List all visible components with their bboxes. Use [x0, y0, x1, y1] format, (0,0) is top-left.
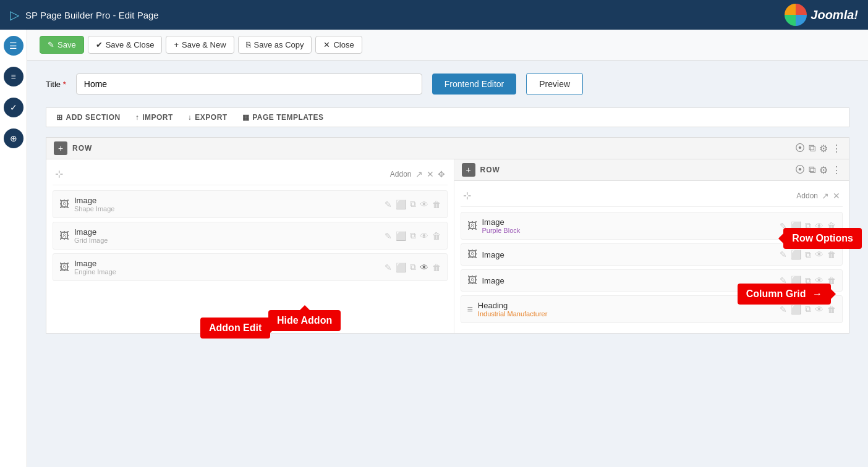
addon-hide-icon[interactable]: 👁 [420, 231, 428, 241]
export-icon: ↓ [188, 113, 192, 122]
sidebar-icon-list[interactable]: ≡ [4, 67, 23, 86]
addon-info: Image [482, 250, 504, 259]
addon-resize-icon[interactable]: ⬜ [791, 250, 801, 259]
addon-subtitle: Grid Image [74, 237, 108, 244]
addon-hide-icon[interactable]: 👁 [420, 263, 428, 272]
copy-row-icon[interactable]: ⧉ [809, 143, 815, 154]
col-delete-icon-2[interactable]: ✕ [833, 191, 840, 201]
image-icon: 🖼 [467, 249, 477, 260]
addon-info: Image Engine Image [74, 259, 116, 276]
row-2-label: ROW [480, 166, 500, 174]
row-2-add-button[interactable]: + [462, 163, 475, 177]
addon-delete-icon[interactable]: 🗑 [827, 250, 836, 259]
drag-handle-icon-2[interactable]: ⊹ [463, 190, 471, 201]
addon-add-icon-2[interactable]: ↗ [822, 191, 829, 201]
column-layout-icon-2[interactable]: ⦿ [795, 164, 805, 175]
image-icon: 🖼 [59, 230, 69, 242]
copy-row-icon-2[interactable]: ⧉ [809, 164, 815, 175]
addon-title: Image [482, 217, 521, 227]
col-move-icon[interactable]: ✥ [438, 169, 445, 179]
addon-hide-icon[interactable]: 👁 [815, 305, 823, 314]
copy-icon: ⎘ [246, 40, 251, 49]
addon-hide-icon[interactable]: 👁 [420, 200, 428, 209]
addon-edit-icon[interactable]: ✎ [780, 305, 787, 314]
image-icon: 🖼 [467, 275, 477, 286]
row-1-label: ROW [72, 144, 92, 153]
addon-engine-image: 🖼 Image Engine Image ✎ ⬜ ⧉ 👁 [53, 253, 448, 281]
toolbar: ✎ Save ✔ Save & Close + Save & New ⎘ Sav… [27, 30, 868, 61]
addon-title: Image [74, 196, 114, 205]
page-templates-btn[interactable]: ▦ PAGE TEMPLATES [242, 113, 324, 122]
addon-delete-icon[interactable]: 🗑 [827, 305, 836, 314]
settings-row-icon-2[interactable]: ⚙ [819, 164, 828, 176]
col-header-right: Addon ↗ ✕ [796, 191, 840, 201]
addon-delete-icon[interactable]: 🗑 [432, 200, 441, 209]
export-btn[interactable]: ↓ EXPORT [188, 113, 228, 122]
addon-copy-icon[interactable]: ⧉ [410, 230, 416, 241]
addon-resize-icon[interactable]: ⬜ [396, 231, 406, 241]
joomla-logo-text: Joomla! [811, 8, 858, 22]
addon-item-left: 🖼 Image [467, 249, 504, 260]
row-1-actions: ⦿ ⧉ ⚙ ⋮ [795, 143, 841, 154]
app-title: SP Page Builder Pro - Edit Page [25, 10, 159, 20]
addon-item-left: 🖼 Image [467, 275, 504, 286]
settings-row-icon[interactable]: ⚙ [819, 143, 828, 154]
addon-hide-icon[interactable]: 👁 [815, 250, 823, 259]
row-add-button[interactable]: + [54, 141, 67, 155]
save-button[interactable]: ✎ Save [40, 36, 84, 54]
addon-copy-icon[interactable]: ⧉ [805, 250, 811, 260]
column-layout-icon[interactable]: ⦿ [795, 143, 805, 154]
save-new-button[interactable]: + Save & New [166, 36, 234, 54]
import-btn[interactable]: ↑ IMPORT [135, 113, 173, 122]
callout-hide-addon: Hide Addon [268, 310, 341, 331]
sidebar-icon-check[interactable]: ✓ [4, 98, 23, 117]
addon-edit-icon[interactable]: ✎ [385, 200, 392, 209]
addon-add-icon[interactable]: ↗ [415, 169, 423, 179]
close-icon: ✕ [323, 40, 330, 49]
addon-copy-icon[interactable]: ⧉ [410, 199, 416, 209]
addon-edit-icon[interactable]: ✎ [385, 263, 392, 272]
close-button[interactable]: ✕ Close [315, 36, 362, 54]
title-input[interactable] [76, 74, 422, 95]
addon-shape-image: 🖼 Image Shape Image ✎ ⬜ ⧉ 👁 [53, 190, 448, 218]
addon-copy-icon[interactable]: ⧉ [410, 262, 416, 272]
addon-subtitle: Engine Image [74, 268, 116, 276]
addon-delete-icon[interactable]: 🗑 [432, 263, 441, 272]
main-layout: ☰ ≡ ✓ ⊕ ✎ Save ✔ Save & Close + Save & N… [0, 30, 868, 467]
callout-column-grid: Column Grid → [738, 284, 831, 305]
addon-delete-icon[interactable]: 🗑 [432, 231, 441, 241]
more-row-icon[interactable]: ⋮ [832, 143, 841, 154]
save-close-button[interactable]: ✔ Save & Close [88, 36, 163, 54]
sidebar-icon-menu[interactable]: ☰ [4, 36, 23, 56]
top-navbar: ▷ SP Page Builder Pro - Edit Page Joomla… [0, 0, 868, 30]
addon-title: Image [74, 227, 108, 237]
col-header-left: ⊹ [55, 168, 63, 180]
addon-label-2: Addon [796, 191, 818, 200]
more-row-icon-2[interactable]: ⋮ [832, 164, 841, 176]
addon-subtitle: Industrial Manufacturer [478, 310, 548, 318]
add-section-btn[interactable]: ⊞ ADD SECTION [56, 113, 121, 122]
addon-title: Heading [478, 301, 548, 310]
preview-button[interactable]: Preview [526, 73, 583, 95]
addon-subtitle: Shape Image [74, 205, 114, 212]
row-2-actions: ⦿ ⧉ ⚙ ⋮ [795, 164, 841, 176]
addon-actions: ✎ ⬜ ⧉ 👁 🗑 [780, 304, 836, 314]
image-icon: 🖼 [467, 221, 477, 232]
addon-resize-icon[interactable]: ⬜ [396, 200, 406, 209]
addon-edit-icon[interactable]: ✎ [385, 231, 392, 241]
addon-resize-icon[interactable]: ⬜ [791, 305, 801, 314]
addon-label: Addon [390, 170, 412, 179]
addon-info: Image [482, 276, 504, 285]
addon-resize-icon[interactable]: ⬜ [396, 263, 406, 272]
title-label: Title * [46, 80, 66, 89]
row-2-col-1: ⊹ Addon ↗ ✕ [454, 181, 849, 333]
addon-copy-icon[interactable]: ⧉ [805, 304, 811, 314]
addon-edit-icon[interactable]: ✎ [780, 250, 787, 259]
save-copy-button[interactable]: ⎘ Save as Copy [238, 36, 312, 54]
sidebar-icon-globe[interactable]: ⊕ [4, 128, 23, 148]
col-delete-icon[interactable]: ✕ [427, 169, 434, 179]
drag-handle-icon[interactable]: ⊹ [55, 168, 63, 180]
frontend-editor-button[interactable]: Frontend Editor [432, 74, 517, 95]
check-icon: ✔ [96, 40, 103, 49]
addon-title: Image [482, 250, 504, 259]
